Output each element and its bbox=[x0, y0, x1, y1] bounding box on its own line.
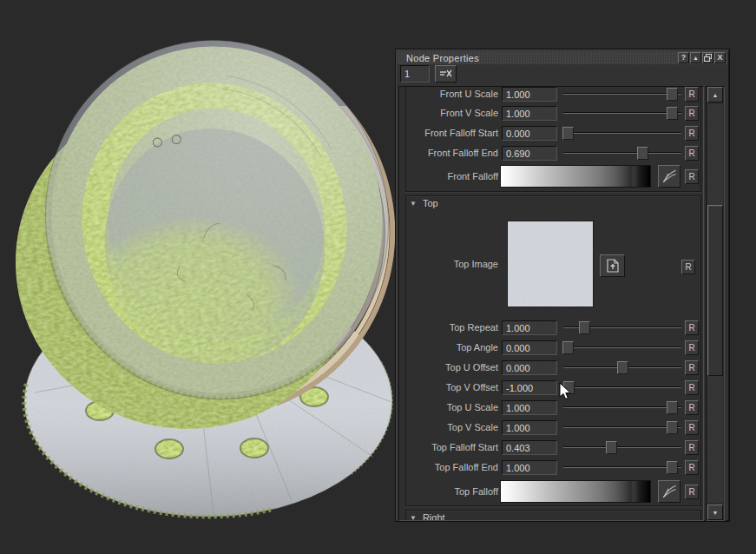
viewport-3d-preview[interactable] bbox=[0, 0, 399, 554]
value-input[interactable] bbox=[502, 380, 557, 395]
reset-button[interactable]: R bbox=[685, 440, 699, 455]
reset-button[interactable]: R bbox=[685, 460, 699, 475]
reset-button[interactable]: R bbox=[685, 106, 699, 121]
reset-button[interactable]: R bbox=[685, 87, 699, 102]
slider-handle[interactable] bbox=[562, 341, 574, 354]
value-input[interactable] bbox=[502, 340, 557, 355]
slider-track[interactable] bbox=[562, 400, 682, 415]
collapse-button[interactable]: ▲ bbox=[690, 52, 701, 63]
value-input[interactable] bbox=[502, 126, 557, 141]
image-load-button[interactable] bbox=[600, 254, 625, 277]
help-button[interactable]: ? bbox=[678, 52, 689, 63]
reset-button[interactable]: R bbox=[685, 146, 699, 161]
slider-handle[interactable] bbox=[667, 461, 678, 474]
section-header-right[interactable]: ▼ Right bbox=[410, 512, 445, 521]
node-count-input[interactable] bbox=[400, 65, 430, 82]
group-right bbox=[405, 510, 701, 521]
slider-track[interactable] bbox=[562, 106, 682, 121]
reset-button[interactable]: R bbox=[685, 400, 699, 415]
curve-edit-button[interactable] bbox=[658, 165, 680, 188]
reset-button[interactable]: R bbox=[685, 320, 699, 335]
slider-handle[interactable] bbox=[667, 401, 678, 414]
field-label: Top Angle bbox=[399, 342, 498, 353]
screen: Node Properties ? ▲ X bbox=[0, 0, 756, 554]
reset-button[interactable]: R bbox=[685, 126, 699, 141]
scrollbar-up-button[interactable]: ▲ bbox=[707, 87, 723, 102]
curve-edit-button[interactable] bbox=[658, 480, 680, 503]
top-image-thumbnail[interactable] bbox=[507, 221, 594, 307]
slider-handle[interactable] bbox=[579, 321, 590, 334]
reset-button[interactable]: R bbox=[685, 380, 699, 395]
slider-handle[interactable] bbox=[562, 127, 574, 140]
concrete-thumbnail-texture bbox=[508, 221, 593, 307]
slider-groove bbox=[563, 346, 681, 348]
scrollbar-track[interactable] bbox=[707, 104, 723, 503]
slider-handle[interactable] bbox=[667, 421, 678, 434]
value-input[interactable] bbox=[502, 420, 557, 435]
close-button[interactable]: X bbox=[714, 52, 726, 63]
field-label: Top Falloff Start bbox=[399, 442, 498, 452]
slider-groove bbox=[563, 446, 681, 448]
slider-track[interactable] bbox=[562, 320, 682, 335]
reset-button[interactable]: R bbox=[685, 169, 699, 184]
row-top-falloff-start: Top Falloff Start R bbox=[399, 440, 703, 455]
restore-button[interactable] bbox=[702, 52, 713, 63]
section-title: Top bbox=[423, 198, 438, 208]
falloff-gradient[interactable] bbox=[500, 165, 651, 188]
row-top-repeat: Top Repeat R bbox=[399, 320, 703, 335]
slider-groove bbox=[563, 93, 681, 95]
slider-handle[interactable] bbox=[637, 147, 648, 160]
slider-track[interactable] bbox=[562, 126, 682, 141]
titlebar-buttons: ? ▲ X bbox=[678, 52, 726, 63]
row-top-falloff-gradient: Top Falloff R bbox=[399, 480, 703, 503]
node-properties-window: Node Properties ? ▲ X bbox=[395, 49, 730, 522]
reset-button[interactable]: R bbox=[685, 340, 699, 355]
slider-track[interactable] bbox=[562, 146, 682, 161]
slider-track[interactable] bbox=[562, 380, 682, 395]
slider-groove bbox=[563, 132, 681, 134]
collapse-icon: ▲ bbox=[693, 55, 699, 61]
reset-button[interactable]: R bbox=[685, 360, 699, 375]
slider-handle[interactable] bbox=[617, 361, 628, 374]
window-titlebar[interactable]: Node Properties ? ▲ X bbox=[398, 51, 727, 64]
slider-groove bbox=[563, 406, 681, 408]
mouse-cursor bbox=[559, 382, 573, 401]
pin-icon bbox=[439, 69, 453, 79]
scrollbar[interactable]: ▲ ▼ bbox=[706, 86, 725, 521]
row-top-v-scale: Top V Scale R bbox=[399, 420, 703, 435]
slider-track[interactable] bbox=[562, 420, 682, 435]
field-label: Front V Scale bbox=[399, 108, 498, 118]
value-input[interactable] bbox=[502, 320, 557, 335]
value-input[interactable] bbox=[502, 400, 557, 415]
slider-track[interactable] bbox=[562, 360, 682, 375]
value-input[interactable] bbox=[502, 87, 557, 102]
slider-track[interactable] bbox=[562, 440, 682, 455]
value-input[interactable] bbox=[502, 106, 557, 121]
falloff-gradient[interactable] bbox=[500, 480, 651, 503]
row-top-u-offset: Top U Offset R bbox=[399, 360, 703, 375]
field-label: Top U Offset bbox=[399, 362, 498, 373]
value-input[interactable] bbox=[502, 360, 557, 375]
value-input[interactable] bbox=[502, 146, 557, 161]
slider-handle[interactable] bbox=[606, 441, 617, 454]
slider-track[interactable] bbox=[562, 460, 682, 475]
slider-handle[interactable] bbox=[667, 88, 678, 101]
value-input[interactable] bbox=[502, 460, 557, 475]
reset-button[interactable]: R bbox=[685, 420, 699, 435]
field-label: Top Image bbox=[399, 259, 498, 269]
value-input[interactable] bbox=[502, 440, 557, 455]
slider-track[interactable] bbox=[562, 87, 682, 102]
scrollbar-thumb[interactable] bbox=[707, 205, 723, 376]
row-top-falloff-end: Top Falloff End R bbox=[399, 460, 703, 475]
slider-track[interactable] bbox=[562, 340, 682, 355]
slider-handle[interactable] bbox=[667, 107, 678, 120]
pin-button[interactable] bbox=[435, 65, 457, 82]
reset-button[interactable]: R bbox=[685, 485, 699, 499]
window-title: Node Properties bbox=[398, 53, 479, 63]
field-label: Top Repeat bbox=[399, 322, 498, 333]
collapse-triangle-icon: ▼ bbox=[410, 200, 417, 208]
reset-button[interactable]: R bbox=[681, 260, 695, 274]
slider-groove bbox=[563, 112, 681, 114]
section-header-top[interactable]: ▼ Top bbox=[410, 198, 438, 208]
scrollbar-down-button[interactable]: ▼ bbox=[707, 505, 723, 520]
